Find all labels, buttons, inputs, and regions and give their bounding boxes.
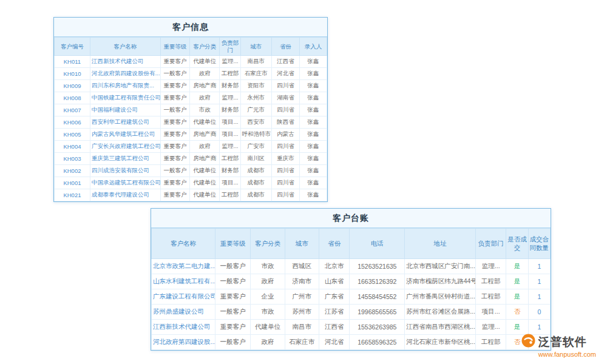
- table-cell: 项目...: [220, 116, 241, 129]
- table-cell: 重要客户: [160, 141, 190, 153]
- table-cell: 内蒙古: [271, 129, 300, 141]
- table-cell: 企业: [251, 289, 285, 305]
- column-header: 是否成交: [506, 229, 528, 259]
- table-row: KH006西安利华工程建筑公司重要客户代建单位项目...西安市陕西省张鑫: [55, 116, 327, 129]
- column-header: 客户编号: [55, 38, 90, 56]
- table-cell: 张鑫: [300, 189, 327, 201]
- table-cell[interactable]: 苏州鼎盛建设公司: [152, 305, 215, 320]
- column-header: 客户名称: [90, 38, 160, 56]
- table-cell[interactable]: 四川东和房地产有限责...: [90, 80, 160, 92]
- table-cell: 16635126392: [350, 274, 405, 289]
- table-cell[interactable]: 西安利华工程建筑公司: [90, 116, 160, 129]
- fanpu-website[interactable]: www.fanpusoft.com: [521, 351, 596, 358]
- table-cell: 是: [506, 274, 528, 289]
- table-cell[interactable]: KH007: [55, 104, 90, 116]
- table-row: 广东建设工程有限公司重要客户企业广州市广东省14558454552广州市番禺区钟…: [152, 289, 551, 305]
- table-cell: 15263521635: [350, 259, 405, 274]
- table-cell[interactable]: 广安长兴政府建筑工程公司: [90, 141, 160, 153]
- table-cell[interactable]: 1: [528, 274, 550, 289]
- table-cell[interactable]: KH005: [55, 129, 90, 141]
- table-cell: 河北省: [319, 335, 350, 350]
- table-cell[interactable]: KH011: [55, 56, 90, 68]
- table-cell: 四川省: [271, 104, 300, 116]
- table-cell[interactable]: 中国福利建设公司: [90, 104, 160, 116]
- table-cell: 一般客户: [215, 274, 250, 289]
- table-cell: 张鑫: [300, 129, 327, 141]
- table-cell[interactable]: 山东水利建筑工程有...: [152, 274, 215, 289]
- column-header: 电话: [350, 229, 405, 259]
- table-row: KH007中国福利建设公司一般客户市政财务部广元市四川省张鑫: [55, 104, 327, 116]
- table-cell[interactable]: 江西新技术代建公司: [90, 56, 160, 68]
- table-cell[interactable]: 内蒙古风华建筑工程公司: [90, 129, 160, 141]
- column-header: 负责部门: [476, 229, 506, 259]
- column-header: 城市: [285, 229, 319, 259]
- table-cell[interactable]: 成都泰泰代理建设公司: [90, 189, 160, 201]
- table-cell: 是: [506, 259, 528, 274]
- table-cell[interactable]: 中国承远建筑工程有限公司: [90, 177, 160, 189]
- table-cell[interactable]: 0: [528, 305, 550, 320]
- table-cell[interactable]: 广东建设工程有限公司: [152, 289, 215, 305]
- table-row: KH005内蒙古风华建筑工程公司重要客户房地产商项目...呼和浩特市内蒙古张鑫: [55, 129, 327, 141]
- column-header: 省份: [319, 229, 350, 259]
- table-cell[interactable]: 河北政府第四建设股...: [152, 335, 215, 350]
- table-cell: 财务部: [220, 165, 241, 177]
- table-cell: 南川区: [240, 153, 271, 165]
- table-cell: 否: [506, 305, 528, 320]
- table-cell: 重要客户: [160, 56, 190, 68]
- table-cell: 重庆市: [271, 153, 300, 165]
- table-cell: 重要客户: [160, 177, 190, 189]
- table-row: KH002四川成浩安装有限公司一般客户代建单位财务部成都市四川省张鑫: [55, 165, 327, 177]
- table-cell: 工程部: [476, 274, 506, 289]
- table-cell: 政府: [251, 335, 285, 350]
- table-cell[interactable]: 重庆第三建筑工程公司: [90, 153, 160, 165]
- table-cell[interactable]: KH021: [55, 189, 90, 201]
- table-row: KH001中国承远建筑工程有限公司重要客户代建单位项目...成都市四川省张鑫: [55, 177, 327, 189]
- table-row: KH009四川东和房地产有限责...重要客户房地产商财务部资阳市四川省张鑫: [55, 80, 327, 92]
- table-cell[interactable]: 四川成浩安装有限公司: [90, 165, 160, 177]
- table-cell: 陕西省: [271, 116, 300, 129]
- column-header: 重要等级: [160, 38, 190, 56]
- column-header: 城市: [240, 38, 271, 56]
- table-cell[interactable]: 江西新技术代建公司: [152, 320, 215, 335]
- table-cell: 重要客户: [160, 153, 190, 165]
- table-cell[interactable]: KH001: [55, 177, 90, 189]
- table-cell[interactable]: 中国铁建工程有限责任公司: [90, 92, 160, 104]
- table-cell: 监理...: [220, 56, 241, 68]
- customer-ledger-panel: 客户台账 客户名称重要等级客户分类城市省份电话地址负责部门是否成交成交合同数量 …: [151, 208, 551, 351]
- table-cell[interactable]: 1: [528, 320, 550, 335]
- table-cell: 项目...: [220, 177, 241, 189]
- customer-ledger-table: 客户名称重要等级客户分类城市省份电话地址负责部门是否成交成交合同数量 北京市政第…: [151, 228, 551, 350]
- table-cell: 四川省: [271, 141, 300, 153]
- customer-info-table: 客户编号客户名称重要等级客户分类负责部门城市省份录入人 KH011江西新技术代建…: [54, 37, 327, 201]
- table-cell: 张鑫: [300, 104, 327, 116]
- table-cell[interactable]: 北京市政第二电力建...: [152, 259, 215, 274]
- table-row: 苏州鼎盛建设公司一般客户市政苏州市江苏省19968565565苏州市红谷滩区会展…: [152, 305, 551, 320]
- table-cell[interactable]: 1: [528, 289, 550, 305]
- table-cell[interactable]: KH002: [55, 165, 90, 177]
- table-cell[interactable]: 1: [528, 259, 550, 274]
- table-cell: 一般客户: [160, 68, 190, 80]
- table-cell: 工程部: [476, 289, 506, 305]
- table-row: KH004广安长兴政府建筑工程公司重要客户政府监理...广安市四川省张鑫: [55, 141, 327, 153]
- fanpu-logo-icon: [521, 334, 535, 350]
- table-row: KH010河北政府第四建设股份有...一般客户政府工程部石家庄市河北省张鑫: [55, 68, 327, 80]
- table-cell[interactable]: 河北政府第四建设股份有...: [90, 68, 160, 80]
- table-row: KH008中国铁建工程有限责任公司重要客户政府监理...永州市湖南省张鑫: [55, 92, 327, 104]
- table-cell[interactable]: KH008: [55, 92, 90, 104]
- table-cell[interactable]: KH006: [55, 116, 90, 129]
- table-cell: 资阳市: [240, 80, 271, 92]
- table-cell[interactable]: KH003: [55, 153, 90, 165]
- table-cell: 一般客户: [215, 259, 250, 274]
- table-cell[interactable]: KH010: [55, 68, 90, 80]
- table-cell: 重要客户: [160, 80, 190, 92]
- table-row: 河北政府第四建设股...一般客户政府石家庄市河北省16658596325河北石家…: [152, 335, 551, 350]
- table-cell: 石家庄市: [285, 335, 319, 350]
- table-cell: 16658596325: [350, 335, 405, 350]
- table-cell: 江苏省: [319, 305, 350, 320]
- table-cell[interactable]: KH004: [55, 141, 90, 153]
- table-cell: 项目...: [476, 305, 506, 320]
- table-cell: 张鑫: [300, 177, 327, 189]
- table-cell[interactable]: KH009: [55, 80, 90, 92]
- table-row: KH021成都泰泰代理建设公司重要客户代建单位工程部成都市四川省张鑫: [55, 189, 327, 201]
- table-cell: 市政: [251, 305, 285, 320]
